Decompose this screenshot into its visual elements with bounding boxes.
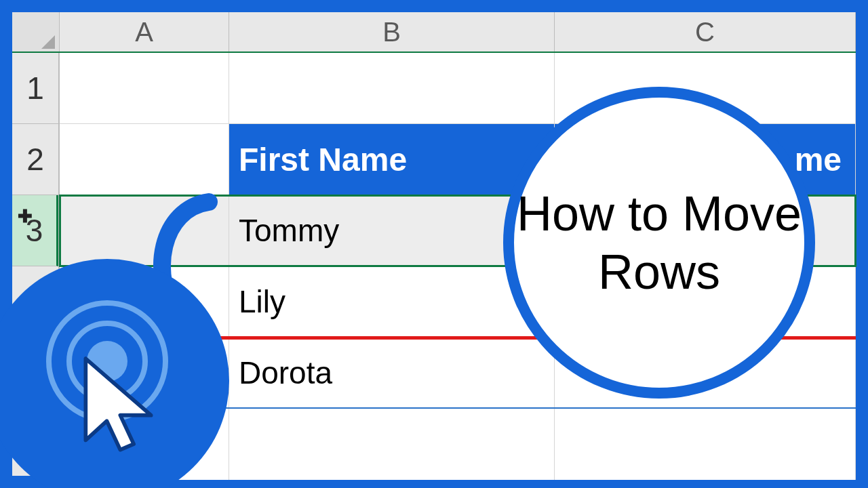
column-header-row: A B C <box>12 12 856 53</box>
title-callout: How to Move Rows <box>503 87 815 399</box>
column-header-b[interactable]: B <box>229 12 555 52</box>
cell-b4[interactable]: Lily <box>229 266 555 337</box>
cell-b2-first-name-header[interactable]: First Name <box>229 124 555 195</box>
cell-a2[interactable] <box>60 124 229 195</box>
column-header-a[interactable]: A <box>60 12 229 52</box>
select-all-corner[interactable] <box>12 12 60 52</box>
cell-blank-b[interactable] <box>229 409 555 480</box>
cell-a1[interactable] <box>60 53 229 123</box>
row-header-2[interactable]: 2 <box>12 124 58 195</box>
channel-logo <box>0 259 229 488</box>
row-insert-cursor-icon: ✚ <box>18 206 33 227</box>
cursor-icon <box>73 354 175 469</box>
column-header-c[interactable]: C <box>555 12 856 52</box>
thumbnail-frame: A B C 1 2 3 4 5 ✚ First Name me <box>0 0 868 488</box>
cell-blank-c[interactable] <box>555 409 856 480</box>
title-callout-text: How to Move Rows <box>514 184 804 302</box>
cell-b1[interactable] <box>229 53 555 123</box>
cell-b5[interactable]: Dorota <box>229 338 555 407</box>
row-header-1[interactable]: 1 <box>12 53 58 124</box>
